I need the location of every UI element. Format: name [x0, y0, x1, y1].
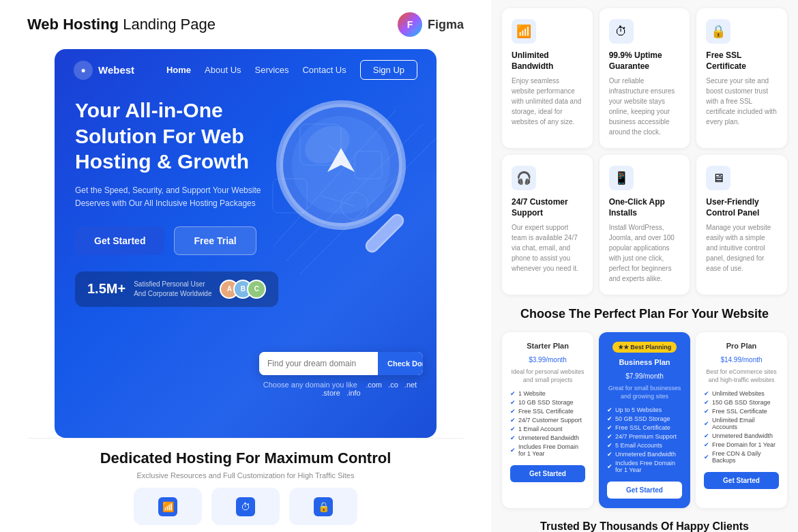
plan-pro-name: Pro Plan	[704, 342, 779, 350]
feature-card-1: ⏱ 99.9% Uptime Guarantee Our reliable in…	[600, 8, 690, 148]
feature-desc-2: Secure your site and boost customer trus…	[706, 76, 778, 127]
plan-business-price: $7.99/month	[607, 369, 682, 381]
hero-subtitle: Get the Speed, Security, and Support You…	[75, 184, 280, 210]
feature-item: ✔1 Website	[510, 390, 585, 397]
feature-title-5: User-Friendly Control Panel	[706, 197, 778, 218]
testimonials-section: Trusted By Thousands Of Happy Clients Se…	[502, 519, 787, 532]
features-grid: 📶 Unlimited Bandwidth Enjoy seamless web…	[502, 8, 787, 295]
plan-business-name: Business Plan	[607, 358, 682, 366]
get-started-button[interactable]: Get Started	[75, 226, 164, 255]
feature-title-4: One-Click App Installs	[609, 197, 681, 218]
plan-starter: Starter Plan $3.99/month Ideal for perso…	[502, 332, 593, 508]
hero-avatars: A B C	[220, 280, 266, 299]
plan-starter-desc: Ideal for personal websites and small pr…	[510, 368, 585, 385]
free-trial-button[interactable]: Free Trial	[174, 226, 256, 255]
oneclick-icon: 📱	[609, 166, 634, 190]
feature-item: ✔1 Email Account	[510, 426, 585, 432]
feature-desc-5: Manage your website easily with a simple…	[706, 222, 778, 274]
dedicated-section: Dedicated Hosting For Maximum Control Ex…	[27, 438, 464, 532]
feature-title-2: Free SSL Certificate	[706, 50, 778, 72]
feature-item: ✔24/7 Customer Support	[510, 417, 585, 424]
feature-desc-0: Enjoy seamless website performance with …	[512, 76, 583, 127]
dedicated-title: Dedicated Hosting For Maximum Control	[27, 449, 464, 467]
feature-item: ✔Free CDN & Daily Backups	[704, 450, 779, 464]
plan-pro-features: ✔Unlimited Websites ✔150 GB SSD Storage …	[704, 390, 779, 464]
hero-buttons: Get Started Free Trial	[75, 226, 416, 255]
plans-grid: Starter Plan $3.99/month Ideal for perso…	[502, 332, 787, 508]
plan-business: ★★ Best Planning Business Plan $7.99/mon…	[599, 332, 690, 508]
hero-content: Your All-in-One Solution For Web Hosting…	[55, 91, 437, 438]
plan-starter-price: $3.99/month	[510, 353, 585, 365]
feature-item: ✔Includes Free Domain for 1 Year	[510, 443, 585, 457]
feature-card-2: 🔒 Free SSL Certificate Secure your site …	[696, 8, 787, 148]
stat-number: 1.5M+	[87, 281, 125, 297]
feature-item: ✔50 GB SSD Storage	[607, 415, 682, 422]
plan-business-features: ✔Up to 5 Websites ✔50 GB SSD Storage ✔Fr…	[607, 407, 682, 473]
feature-item: ✔Includes Free Domain for 1 Year	[607, 460, 682, 473]
feature-item: ✔Free SSL Certificate	[510, 408, 585, 415]
bandwidth-icon: 📶	[512, 19, 536, 44]
feature-title-1: 99.9% Uptime Guarantee	[609, 50, 681, 72]
feature-card-4: 📱 One-Click App Installs Install WordPre…	[600, 155, 690, 295]
figma-icon: F	[398, 12, 422, 37]
feature-desc-4: Install WordPress, Joomla, and over 100 …	[609, 222, 681, 284]
plan-starter-btn[interactable]: Get Started	[510, 465, 585, 482]
plan-starter-name: Starter Plan	[510, 342, 585, 350]
plan-pro-desc: Best for eCommerce sites and high-traffi…	[704, 368, 779, 385]
hero-stats: 1.5M+ Satisfied Personal User And Corpor…	[75, 271, 278, 307]
cpanel-icon: 🖥	[706, 166, 730, 190]
plan-business-btn[interactable]: Get Started	[607, 482, 682, 499]
plans-section-title: Choose The Perfect Plan For Your Website	[502, 306, 787, 322]
avatar-3: C	[247, 280, 266, 299]
plan-pro: Pro Plan $14.99/month Best for eCommerce…	[696, 332, 787, 508]
feature-desc-1: Our reliable infrastructure ensures your…	[609, 76, 681, 137]
plan-pro-price: $14.99/month	[704, 353, 779, 365]
feature-item: ✔150 GB SSD Storage	[704, 399, 779, 406]
plan-pro-btn[interactable]: Get Started	[704, 472, 779, 489]
feature-item: ✔5 Email Accounts	[607, 442, 682, 449]
best-badge: ★★ Best Planning	[612, 342, 677, 353]
feature-title-3: 24/7 Customer Support	[512, 197, 583, 218]
feature-card-5: 🖥 User-Friendly Control Panel Manage you…	[696, 155, 787, 295]
figma-badge: F Figma	[398, 12, 464, 37]
feature-card-3: 🎧 24/7 Customer Support Our expert suppo…	[502, 155, 593, 295]
page-title: Web Hosting Landing Page	[27, 16, 216, 33]
hero-section: ● Webest Home About Us Services Contact …	[55, 49, 437, 438]
uptime-icon: ⏱	[609, 19, 634, 44]
feature-item: ✔Unmetered Bandwidth	[510, 434, 585, 441]
testimonials-title: Trusted By Thousands Of Happy Clients	[502, 519, 787, 532]
nav-logo: ● Webest	[74, 61, 134, 80]
hero-title: Your All-in-One Solution For Web Hosting…	[75, 98, 293, 175]
feature-desc-3: Our expert support team is available 24/…	[512, 222, 583, 274]
feature-card-0: 📶 Unlimited Bandwidth Enjoy seamless web…	[502, 8, 593, 148]
feature-item: ✔Unmetered Bandwidth	[704, 432, 779, 439]
feature-item: ✔Up to 5 Websites	[607, 407, 682, 413]
support-icon: 🎧	[512, 166, 536, 190]
stat-text: Satisfied Personal User And Corporate Wo…	[134, 280, 211, 299]
ssl-icon: 🔒	[706, 19, 730, 44]
feature-item: ✔Unmetered Bandwidth	[607, 451, 682, 458]
dedicated-subtitle: Exclusive Resources and Full Customizati…	[27, 471, 464, 479]
plan-starter-features: ✔1 Website ✔10 GB SSD Storage ✔Free SSL …	[510, 390, 585, 457]
feature-item: ✔Free SSL Certificate	[704, 408, 779, 415]
feature-item: ✔24/7 Premium Support	[607, 433, 682, 440]
plan-business-desc: Great for small businesses and growing s…	[607, 384, 682, 401]
feature-title-0: Unlimited Bandwidth	[512, 50, 583, 72]
nav-home[interactable]: Home	[166, 65, 191, 75]
feature-item: ✔Free SSL Certificate	[607, 424, 682, 431]
feature-item: ✔Free Domain for 1 Year	[704, 441, 779, 448]
logo-icon: ●	[74, 61, 93, 80]
feature-item: ✔Unlimited Email Accounts	[704, 417, 779, 430]
right-panel: 📶 Unlimited Bandwidth Enjoy seamless web…	[491, 0, 798, 532]
feature-item: ✔10 GB SSD Storage	[510, 399, 585, 406]
top-bar: Web Hosting Landing Page F Figma	[0, 0, 491, 49]
feature-item: ✔Unlimited Websites	[704, 390, 779, 397]
left-panel: Web Hosting Landing Page F Figma ● Webes…	[0, 0, 491, 532]
